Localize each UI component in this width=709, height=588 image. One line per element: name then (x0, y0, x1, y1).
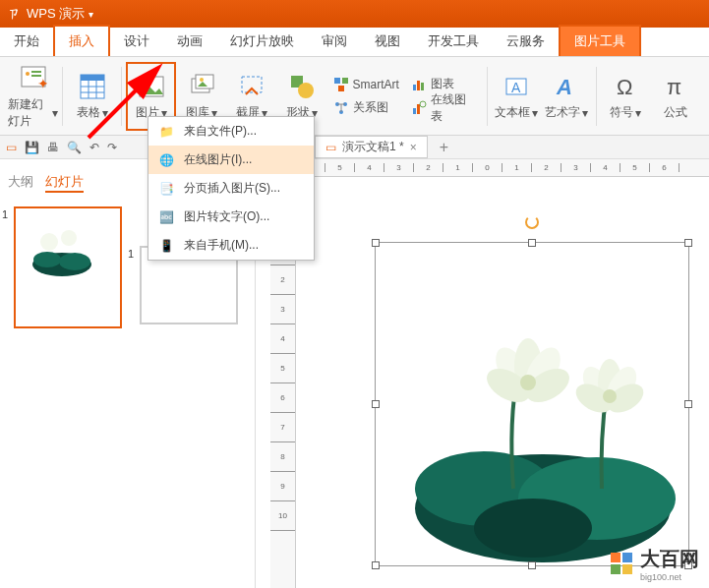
svg-point-12 (144, 81, 149, 87)
dd-from-phone[interactable]: 📱来自手机(M)... (148, 231, 314, 260)
tab-devtools[interactable]: 开发工具 (414, 27, 493, 56)
watermark-sub: big100.net (640, 572, 699, 582)
picture-icon (136, 71, 167, 102)
svg-rect-33 (417, 104, 420, 114)
resize-handle[interactable] (684, 400, 692, 408)
watermark: 大百网 big100.net (609, 546, 699, 582)
horizontal-ruler: 6543210123456 (296, 159, 709, 177)
doc-tab-close-icon[interactable]: × (410, 141, 417, 154)
dd-label: 来自文件(P)... (184, 123, 257, 140)
tab-animation[interactable]: 动画 (163, 27, 216, 56)
tab-start[interactable]: 开始 (0, 27, 53, 56)
slide-thumbnail[interactable] (14, 206, 122, 328)
tab-slideshow[interactable]: 幻灯片放映 (216, 27, 308, 56)
qat-new-icon[interactable]: ▭ (6, 141, 17, 154)
svg-rect-22 (342, 78, 348, 84)
outline-tab-slides[interactable]: 幻灯片 (45, 173, 84, 193)
tab-design[interactable]: 设计 (110, 27, 163, 56)
qat-undo-icon[interactable]: ↶ (89, 141, 99, 154)
smartart-icon (333, 77, 349, 92)
caret-icon: ▾ (102, 106, 108, 120)
doc-tab[interactable]: ▭ 演示文稿1 * × (315, 136, 428, 158)
qat-redo-icon[interactable]: ↷ (107, 141, 117, 154)
tab-picture-tools[interactable]: 图片工具 (559, 25, 641, 56)
folder-icon: 📁 (158, 124, 174, 140)
resize-handle[interactable] (528, 561, 536, 569)
caret-icon: ▾ (635, 106, 641, 120)
svg-rect-2 (31, 71, 41, 73)
ribbon-divider (121, 67, 122, 126)
svg-text:A: A (511, 80, 521, 95)
rotate-handle-icon[interactable] (525, 215, 539, 229)
svg-rect-21 (334, 78, 340, 84)
dd-label: 图片转文字(O)... (184, 208, 269, 225)
gallery-icon (186, 71, 217, 102)
screenshot-icon (236, 71, 267, 102)
watermark-logo-icon (609, 551, 636, 578)
chart-icon (411, 77, 427, 92)
dd-paged-insert[interactable]: 📑分页插入图片(S)... (148, 174, 314, 203)
svg-rect-65 (611, 564, 620, 574)
dd-label: 分页插入图片(S)... (184, 180, 280, 197)
dd-online-picture[interactable]: 🌐在线图片(I)... (148, 146, 314, 174)
svg-text:Ω: Ω (617, 75, 632, 99)
table-icon (77, 71, 108, 102)
dd-from-file[interactable]: 📁来自文件(P)... (148, 117, 314, 146)
thumbnail-image (28, 220, 96, 279)
svg-point-20 (298, 83, 314, 98)
svg-point-48 (474, 499, 592, 558)
ocr-icon: 🔤 (158, 209, 174, 225)
svg-point-44 (61, 230, 77, 246)
lotus-image (376, 243, 690, 567)
online-chart-button[interactable]: 在线图表 (411, 98, 477, 118)
resize-handle[interactable] (372, 239, 380, 247)
ribbon-divider (62, 67, 63, 126)
caret-icon: ▾ (532, 106, 538, 120)
equation-button[interactable]: π 公式 (651, 62, 701, 131)
qat-print-icon[interactable]: 🖶 (47, 141, 59, 154)
dd-ocr[interactable]: 🔤图片转文字(O)... (148, 203, 314, 231)
ribbon-divider (487, 67, 488, 126)
canvas-area: 6543210123456 1012345678910 (270, 159, 709, 588)
svg-point-1 (26, 72, 30, 76)
table-button[interactable]: 表格▾ (67, 62, 117, 131)
outline-tab-outline[interactable]: 大纲 (8, 173, 33, 193)
relation-icon (333, 100, 349, 116)
tab-view[interactable]: 视图 (361, 27, 414, 56)
symbol-button[interactable]: Ω 符号▾ (601, 62, 651, 131)
svg-text:A: A (556, 75, 572, 99)
ribbon-tabs: 开始 插入 设计 动画 幻灯片放映 审阅 视图 开发工具 云服务 图片工具 (0, 28, 709, 57)
doc-tab-title: 演示文稿1 * (342, 139, 404, 155)
title-caret-icon[interactable]: ▾ (89, 9, 93, 20)
qat-save-icon[interactable]: 💾 (25, 141, 39, 154)
ribbon: ✦ 新建幻灯片▾ 表格▾ 图片▾ 图库▾ 截屏▾ 形状▾ SmartArt 关系… (0, 57, 709, 136)
svg-rect-18 (242, 77, 262, 92)
resize-handle[interactable] (372, 561, 380, 569)
resize-handle[interactable] (684, 239, 692, 247)
tab-review[interactable]: 审阅 (308, 27, 361, 56)
equation-icon: π (660, 71, 691, 102)
svg-text:π: π (667, 75, 681, 99)
phone-icon: 📱 (158, 238, 174, 254)
relation-button[interactable]: 关系图 (333, 98, 399, 118)
svg-rect-66 (622, 564, 632, 574)
textbox-label: 文本框 (495, 104, 530, 121)
selection-box[interactable] (375, 242, 689, 566)
resize-handle[interactable] (528, 239, 536, 247)
symbol-icon: Ω (610, 71, 641, 102)
dd-label: 来自手机(M)... (184, 237, 259, 254)
new-slide-button[interactable]: ✦ 新建幻灯片▾ (8, 62, 58, 131)
outline-tabs: 大纲 幻灯片 (8, 173, 84, 193)
svg-rect-63 (611, 553, 620, 562)
slide-canvas[interactable] (296, 177, 709, 588)
wordart-label: 艺术字 (545, 104, 580, 121)
doc-tab-add-button[interactable]: + (440, 139, 448, 156)
textbox-button[interactable]: A 文本框▾ (492, 62, 542, 131)
wordart-button[interactable]: A 艺术字▾ (542, 62, 592, 131)
tab-cloud[interactable]: 云服务 (493, 27, 559, 56)
svg-point-41 (33, 252, 61, 267)
resize-handle[interactable] (372, 400, 380, 408)
smartart-button[interactable]: SmartArt (333, 75, 399, 94)
qat-preview-icon[interactable]: 🔍 (67, 141, 82, 154)
tab-insert[interactable]: 插入 (53, 25, 110, 56)
